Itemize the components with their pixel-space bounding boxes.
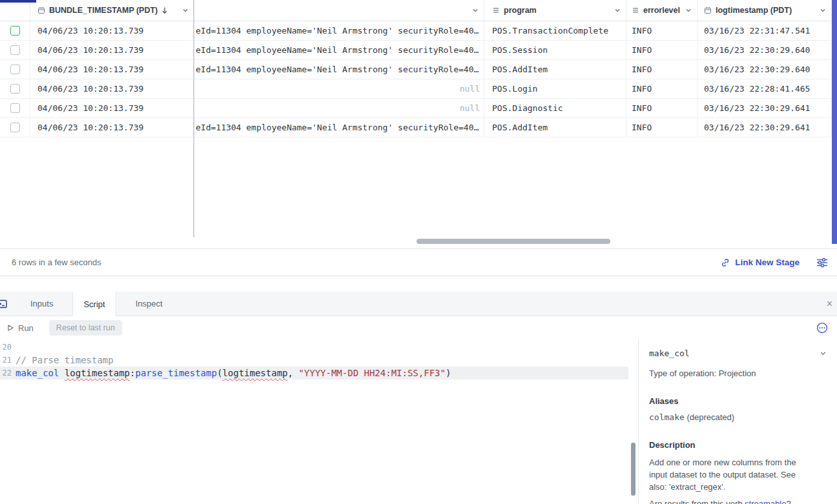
cell-program[interactable]: POS.AddItem [484, 118, 626, 137]
docs-alias: colmake (deprecated) [649, 412, 827, 422]
cell-errorlevel[interactable]: INFO [626, 99, 698, 118]
cell-errorlevel[interactable]: INFO [626, 60, 698, 79]
header-checkbox-cell [0, 0, 30, 21]
cell-logtimestamp[interactable]: 03/16/23 22:30:29.640 [698, 60, 832, 79]
column-header-message[interactable] [194, 0, 484, 21]
frozen-pane-divider[interactable] [193, 0, 194, 237]
chevron-down-icon[interactable] [614, 7, 621, 14]
table-row[interactable]: 04/06/23 10:20:13.739nullPOS.LoginINFO03… [0, 79, 837, 99]
editor-line[interactable]: 21// Parse timestamp [0, 354, 628, 367]
checkbox-cell [0, 41, 30, 60]
cell-errorlevel[interactable]: INFO [626, 118, 698, 137]
editor-scrollbar[interactable] [631, 443, 636, 496]
row-checkbox[interactable] [10, 84, 20, 94]
chevron-down-icon[interactable] [182, 7, 189, 14]
tab-inspect[interactable]: Inspect [125, 292, 173, 316]
run-button[interactable]: Run [6, 323, 34, 333]
line-number: 20 [0, 343, 16, 352]
column-label: errorlevel [643, 6, 680, 15]
bottom-panel: Inputs Script Inspect × Run Reset to las… [0, 292, 837, 504]
cell-errorlevel[interactable]: INFO [626, 21, 698, 41]
link-new-stage-button[interactable]: Link New Stage [720, 257, 800, 268]
tab-inputs[interactable]: Inputs [20, 292, 63, 316]
code-token-warning: logtimestamp [65, 368, 130, 378]
cell-message[interactable]: eId=11304 employeeName='Neil Armstrong' … [194, 41, 484, 60]
chevron-down-icon[interactable] [685, 7, 692, 14]
editor-line[interactable]: 22make_col logtimestamp:parse_timestamp(… [0, 367, 628, 379]
cell-program[interactable]: POS.AddItem [484, 60, 626, 79]
row-count-summary: 6 rows in a few seconds [12, 257, 101, 267]
editor-line[interactable]: 20 [0, 341, 628, 354]
sort-desc-icon[interactable] [161, 6, 168, 14]
checkbox-cell [0, 118, 30, 137]
code-line-content: // Parse timestamp [16, 355, 114, 365]
script-toolbar: Run Reset to last run [0, 316, 837, 339]
panel-tab-bar: Inputs Script Inspect × [0, 292, 837, 316]
cell-message[interactable]: null [194, 99, 484, 118]
column-header-errorlevel[interactable]: errorlevel [626, 0, 698, 21]
column-header-logtimestamp[interactable]: logtimestamp (PDT) [698, 0, 832, 21]
docs-streamable-question: Are results from this verb streamable? [649, 499, 827, 504]
code-token: parse_timestamp [135, 368, 216, 378]
status-bar: 6 rows in a few seconds Link New Stage [0, 248, 837, 276]
code-token: // Parse timestamp [16, 355, 114, 365]
column-header-program[interactable]: program [484, 0, 626, 21]
cell-bundle-timestamp[interactable]: 04/06/23 10:20:13.739 [30, 79, 194, 99]
horizontal-scrollbar[interactable] [417, 239, 610, 244]
cell-bundle-timestamp[interactable]: 04/06/23 10:20:13.739 [30, 41, 194, 60]
row-checkbox[interactable] [10, 123, 20, 132]
streamable-link[interactable]: streamable [745, 499, 786, 504]
more-options-icon[interactable] [816, 322, 828, 334]
checkbox-cell [0, 79, 30, 99]
table-row[interactable]: 04/06/23 10:20:13.739eId=11304 employeeN… [0, 21, 837, 41]
run-label: Run [18, 323, 34, 333]
console-icon [0, 292, 7, 316]
cell-errorlevel[interactable]: INFO [626, 41, 698, 60]
chevron-down-icon[interactable] [820, 350, 827, 357]
cell-message[interactable]: eId=11304 employeeName='Neil Armstrong' … [194, 21, 484, 41]
cell-message[interactable]: null [194, 79, 484, 99]
cell-logtimestamp[interactable]: 03/16/23 22:30:29.640 [698, 41, 832, 60]
stage-selection-topbar [0, 0, 36, 3]
chevron-down-icon[interactable] [472, 7, 479, 14]
row-checkbox[interactable] [10, 45, 20, 55]
cell-program[interactable]: POS.Session [484, 41, 626, 60]
cell-logtimestamp[interactable]: 03/16/23 22:28:41.465 [698, 79, 832, 99]
cell-errorlevel[interactable]: INFO [626, 79, 698, 99]
cell-bundle-timestamp[interactable]: 04/06/23 10:20:13.739 [30, 99, 194, 118]
column-header-bundle-timestamp[interactable]: BUNDLE_TIMESTAMP (PDT) [30, 0, 194, 21]
column-label: logtimestamp (PDT) [716, 6, 792, 15]
cell-message[interactable]: eId=11304 employeeName='Neil Armstrong' … [194, 118, 484, 137]
row-checkbox[interactable] [10, 65, 20, 74]
cell-message[interactable]: eId=11304 employeeName='Neil Armstrong' … [194, 60, 484, 79]
code-token: , [288, 368, 299, 378]
cell-program[interactable]: POS.Login [484, 79, 626, 99]
cell-program[interactable]: POS.TransactionComplete [484, 21, 626, 41]
code-token: make_col [16, 368, 59, 378]
row-checkbox[interactable] [10, 26, 20, 35]
line-number: 22 [0, 368, 16, 378]
chevron-down-icon[interactable] [820, 7, 826, 14]
list-type-icon [492, 6, 500, 14]
code-editor[interactable]: 2021// Parse timestamp22make_col logtime… [0, 339, 628, 504]
docs-footer-prefix: Are results from this verb [649, 499, 745, 504]
reset-to-last-run-button[interactable]: Reset to last run [49, 320, 122, 336]
table-row[interactable]: 04/06/23 10:20:13.739eId=11304 employeeN… [0, 118, 837, 137]
cell-logtimestamp[interactable]: 03/16/23 22:30:29.641 [698, 118, 832, 137]
table-row[interactable]: 04/06/23 10:20:13.739eId=11304 employeeN… [0, 60, 837, 79]
docs-panel: make_col Type of operation: Projection A… [638, 339, 837, 504]
table-row[interactable]: 04/06/23 10:20:13.739eId=11304 employeeN… [0, 41, 837, 60]
code-token-warning: logtimestamp [222, 368, 287, 378]
line-number: 21 [0, 356, 16, 365]
table-row[interactable]: 04/06/23 10:20:13.739nullPOS.DiagnosticI… [0, 99, 837, 118]
close-icon[interactable]: × [824, 297, 835, 310]
table-options-icon[interactable] [816, 257, 828, 268]
row-checkbox[interactable] [10, 103, 20, 113]
cell-bundle-timestamp[interactable]: 04/06/23 10:20:13.739 [30, 118, 194, 137]
cell-logtimestamp[interactable]: 03/16/23 22:30:29.641 [698, 99, 832, 118]
cell-bundle-timestamp[interactable]: 04/06/23 10:20:13.739 [30, 21, 194, 41]
cell-logtimestamp[interactable]: 03/16/23 22:31:47.541 [698, 21, 832, 41]
cell-program[interactable]: POS.Diagnostic [484, 99, 626, 118]
cell-bundle-timestamp[interactable]: 04/06/23 10:20:13.739 [30, 60, 194, 79]
tab-script[interactable]: Script [72, 292, 116, 316]
